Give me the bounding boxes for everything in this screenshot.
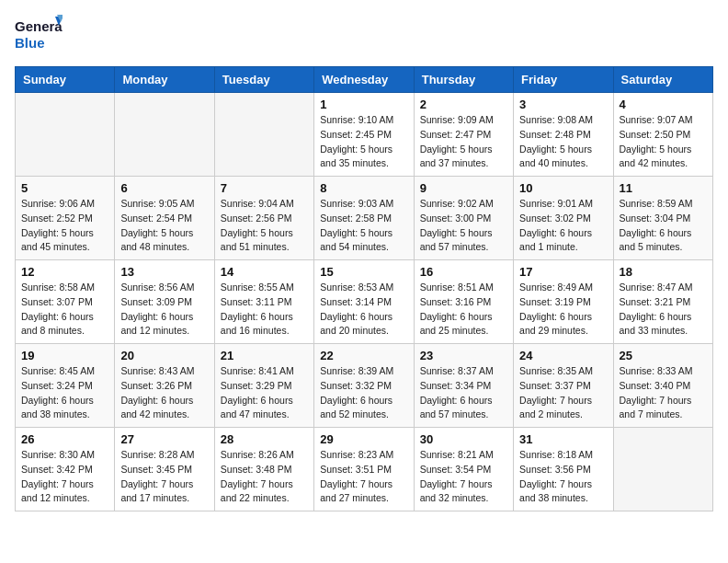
day-number: 4	[620, 98, 707, 111]
calendar-cell: 11Sunrise: 8:59 AM Sunset: 3:04 PM Dayli…	[613, 177, 712, 260]
calendar-cell: 22Sunrise: 8:39 AM Sunset: 3:32 PM Dayli…	[314, 344, 414, 428]
day-info: Sunrise: 8:41 AM Sunset: 3:29 PM Dayligh…	[221, 364, 308, 422]
day-of-week-header: Wednesday	[314, 67, 414, 93]
day-of-week-header: Saturday	[613, 67, 712, 93]
calendar-cell: 12Sunrise: 8:58 AM Sunset: 3:07 PM Dayli…	[16, 260, 115, 344]
day-number: 28	[221, 432, 308, 446]
day-number: 14	[221, 265, 308, 279]
day-info: Sunrise: 8:28 AM Sunset: 3:45 PM Dayligh…	[120, 448, 208, 506]
day-info: Sunrise: 8:56 AM Sunset: 3:09 PM Dayligh…	[120, 281, 208, 339]
calendar-cell: 23Sunrise: 8:37 AM Sunset: 3:34 PM Dayli…	[414, 344, 513, 428]
calendar-cell: 26Sunrise: 8:30 AM Sunset: 3:42 PM Dayli…	[16, 428, 115, 511]
day-number: 16	[420, 265, 507, 279]
day-of-week-header: Thursday	[414, 67, 513, 93]
day-info: Sunrise: 9:02 AM Sunset: 3:00 PM Dayligh…	[420, 197, 507, 255]
day-info: Sunrise: 9:06 AM Sunset: 2:52 PM Dayligh…	[21, 197, 108, 255]
calendar-cell: 16Sunrise: 8:51 AM Sunset: 3:16 PM Dayli…	[414, 260, 513, 344]
day-number: 27	[120, 432, 208, 446]
day-info: Sunrise: 8:47 AM Sunset: 3:21 PM Dayligh…	[620, 281, 707, 339]
day-number: 24	[519, 349, 607, 362]
day-info: Sunrise: 9:08 AM Sunset: 2:48 PM Dayligh…	[519, 113, 607, 171]
svg-text:Blue: Blue	[15, 35, 45, 51]
day-info: Sunrise: 8:30 AM Sunset: 3:42 PM Dayligh…	[21, 448, 108, 506]
calendar-cell: 3Sunrise: 9:08 AM Sunset: 2:48 PM Daylig…	[514, 93, 613, 177]
calendar-cell: 13Sunrise: 8:56 AM Sunset: 3:09 PM Dayli…	[115, 260, 214, 344]
day-info: Sunrise: 8:58 AM Sunset: 3:07 PM Dayligh…	[21, 281, 108, 339]
day-number: 25	[620, 349, 707, 362]
logo-icon: General Blue	[15, 15, 63, 55]
calendar-cell: 1Sunrise: 9:10 AM Sunset: 2:45 PM Daylig…	[314, 93, 414, 177]
page-header: General Blue	[15, 15, 713, 55]
calendar-cell: 29Sunrise: 8:23 AM Sunset: 3:51 PM Dayli…	[314, 428, 414, 511]
day-of-week-header: Tuesday	[214, 67, 313, 93]
day-info: Sunrise: 8:39 AM Sunset: 3:32 PM Dayligh…	[320, 364, 407, 422]
day-number: 21	[221, 349, 308, 362]
day-number: 13	[120, 265, 208, 279]
logo: General Blue	[15, 15, 63, 55]
day-info: Sunrise: 9:09 AM Sunset: 2:47 PM Dayligh…	[420, 113, 507, 171]
day-info: Sunrise: 9:03 AM Sunset: 2:58 PM Dayligh…	[320, 197, 407, 255]
day-number: 11	[620, 181, 707, 195]
day-number: 29	[320, 432, 407, 446]
calendar-cell: 18Sunrise: 8:47 AM Sunset: 3:21 PM Dayli…	[613, 260, 712, 344]
day-info: Sunrise: 9:05 AM Sunset: 2:54 PM Dayligh…	[120, 197, 208, 255]
calendar-week-row: 1Sunrise: 9:10 AM Sunset: 2:45 PM Daylig…	[16, 93, 713, 177]
calendar-cell: 6Sunrise: 9:05 AM Sunset: 2:54 PM Daylig…	[115, 177, 214, 260]
day-info: Sunrise: 8:18 AM Sunset: 3:56 PM Dayligh…	[519, 448, 607, 506]
day-number: 10	[519, 181, 607, 195]
day-number: 12	[21, 265, 108, 279]
day-number: 7	[221, 181, 308, 195]
day-number: 8	[320, 181, 407, 195]
calendar-cell	[214, 93, 313, 177]
calendar-cell	[16, 93, 115, 177]
calendar-cell: 10Sunrise: 9:01 AM Sunset: 3:02 PM Dayli…	[514, 177, 613, 260]
calendar-cell: 9Sunrise: 9:02 AM Sunset: 3:00 PM Daylig…	[414, 177, 513, 260]
calendar-week-row: 26Sunrise: 8:30 AM Sunset: 3:42 PM Dayli…	[16, 428, 713, 511]
calendar-week-row: 19Sunrise: 8:45 AM Sunset: 3:24 PM Dayli…	[16, 344, 713, 428]
calendar-table: SundayMondayTuesdayWednesdayThursdayFrid…	[15, 66, 713, 511]
day-number: 5	[21, 181, 108, 195]
day-info: Sunrise: 8:35 AM Sunset: 3:37 PM Dayligh…	[519, 364, 607, 422]
calendar-cell: 20Sunrise: 8:43 AM Sunset: 3:26 PM Dayli…	[115, 344, 214, 428]
day-info: Sunrise: 9:04 AM Sunset: 2:56 PM Dayligh…	[221, 197, 308, 255]
day-info: Sunrise: 8:53 AM Sunset: 3:14 PM Dayligh…	[320, 281, 407, 339]
day-of-week-header: Monday	[115, 67, 214, 93]
calendar-cell	[613, 428, 712, 511]
day-of-week-header: Friday	[514, 67, 613, 93]
calendar-cell: 27Sunrise: 8:28 AM Sunset: 3:45 PM Dayli…	[115, 428, 214, 511]
calendar-cell: 19Sunrise: 8:45 AM Sunset: 3:24 PM Dayli…	[16, 344, 115, 428]
day-info: Sunrise: 8:51 AM Sunset: 3:16 PM Dayligh…	[420, 281, 507, 339]
calendar-cell: 4Sunrise: 9:07 AM Sunset: 2:50 PM Daylig…	[613, 93, 712, 177]
day-info: Sunrise: 8:21 AM Sunset: 3:54 PM Dayligh…	[420, 448, 507, 506]
calendar-cell: 25Sunrise: 8:33 AM Sunset: 3:40 PM Dayli…	[613, 344, 712, 428]
day-number: 23	[420, 349, 507, 362]
calendar-cell: 21Sunrise: 8:41 AM Sunset: 3:29 PM Dayli…	[214, 344, 313, 428]
day-number: 19	[21, 349, 108, 362]
day-info: Sunrise: 8:33 AM Sunset: 3:40 PM Dayligh…	[620, 364, 707, 422]
day-number: 1	[320, 98, 407, 111]
calendar-header-row: SundayMondayTuesdayWednesdayThursdayFrid…	[16, 67, 713, 93]
day-number: 18	[620, 265, 707, 279]
calendar-cell: 15Sunrise: 8:53 AM Sunset: 3:14 PM Dayli…	[314, 260, 414, 344]
day-info: Sunrise: 9:10 AM Sunset: 2:45 PM Dayligh…	[320, 113, 407, 171]
calendar-cell: 8Sunrise: 9:03 AM Sunset: 2:58 PM Daylig…	[314, 177, 414, 260]
calendar-cell: 28Sunrise: 8:26 AM Sunset: 3:48 PM Dayli…	[214, 428, 313, 511]
day-number: 20	[120, 349, 208, 362]
day-number: 6	[120, 181, 208, 195]
day-info: Sunrise: 8:37 AM Sunset: 3:34 PM Dayligh…	[420, 364, 507, 422]
calendar-week-row: 12Sunrise: 8:58 AM Sunset: 3:07 PM Dayli…	[16, 260, 713, 344]
day-number: 15	[320, 265, 407, 279]
day-info: Sunrise: 8:43 AM Sunset: 3:26 PM Dayligh…	[120, 364, 208, 422]
svg-text:General: General	[15, 18, 63, 34]
calendar-cell: 30Sunrise: 8:21 AM Sunset: 3:54 PM Dayli…	[414, 428, 513, 511]
day-of-week-header: Sunday	[16, 67, 115, 93]
day-info: Sunrise: 8:45 AM Sunset: 3:24 PM Dayligh…	[21, 364, 108, 422]
calendar-cell: 14Sunrise: 8:55 AM Sunset: 3:11 PM Dayli…	[214, 260, 313, 344]
calendar-cell: 2Sunrise: 9:09 AM Sunset: 2:47 PM Daylig…	[414, 93, 513, 177]
day-info: Sunrise: 8:26 AM Sunset: 3:48 PM Dayligh…	[221, 448, 308, 506]
calendar-cell: 17Sunrise: 8:49 AM Sunset: 3:19 PM Dayli…	[514, 260, 613, 344]
day-info: Sunrise: 9:01 AM Sunset: 3:02 PM Dayligh…	[519, 197, 607, 255]
day-number: 22	[320, 349, 407, 362]
calendar-week-row: 5Sunrise: 9:06 AM Sunset: 2:52 PM Daylig…	[16, 177, 713, 260]
calendar-cell: 5Sunrise: 9:06 AM Sunset: 2:52 PM Daylig…	[16, 177, 115, 260]
